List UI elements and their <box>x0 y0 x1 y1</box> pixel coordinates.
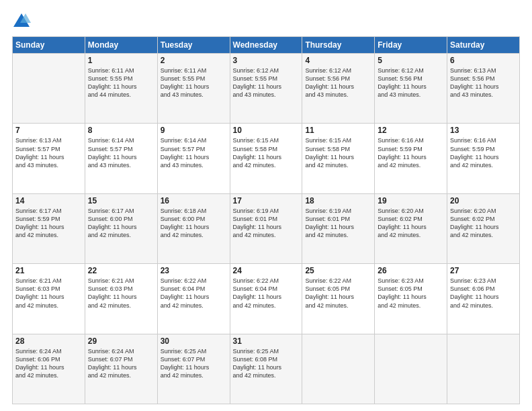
day-cell <box>375 334 447 404</box>
day-info: Sunrise: 6:14 AM Sunset: 5:57 PM Dayligh… <box>88 136 154 169</box>
day-cell: 8Sunrise: 6:14 AM Sunset: 5:57 PM Daylig… <box>85 124 157 193</box>
day-number: 11 <box>305 126 371 135</box>
day-info: Sunrise: 6:15 AM Sunset: 5:58 PM Dayligh… <box>233 136 300 169</box>
day-cell <box>302 334 375 404</box>
day-info: Sunrise: 6:19 AM Sunset: 6:01 PM Dayligh… <box>233 207 300 240</box>
day-cell: 9Sunrise: 6:14 AM Sunset: 5:57 PM Daylig… <box>157 124 230 193</box>
week-row-2: 7Sunrise: 6:13 AM Sunset: 5:57 PM Daylig… <box>13 124 520 193</box>
day-cell: 12Sunrise: 6:16 AM Sunset: 5:59 PM Dayli… <box>375 124 447 193</box>
day-number: 14 <box>15 196 82 205</box>
header-cell-saturday: Saturday <box>447 37 520 54</box>
day-info: Sunrise: 6:20 AM Sunset: 6:02 PM Dayligh… <box>378 207 444 240</box>
day-number: 2 <box>161 56 227 65</box>
day-cell: 27Sunrise: 6:23 AM Sunset: 6:06 PM Dayli… <box>447 264 520 334</box>
day-info: Sunrise: 6:23 AM Sunset: 6:05 PM Dayligh… <box>378 277 444 310</box>
day-number: 7 <box>15 126 82 135</box>
day-number: 9 <box>161 126 227 135</box>
day-info: Sunrise: 6:12 AM Sunset: 5:56 PM Dayligh… <box>378 66 444 99</box>
week-row-5: 28Sunrise: 6:24 AM Sunset: 6:06 PM Dayli… <box>13 334 520 404</box>
day-info: Sunrise: 6:24 AM Sunset: 6:07 PM Dayligh… <box>88 347 154 380</box>
day-cell <box>447 334 520 404</box>
day-info: Sunrise: 6:20 AM Sunset: 6:02 PM Dayligh… <box>450 207 517 240</box>
day-info: Sunrise: 6:23 AM Sunset: 6:06 PM Dayligh… <box>450 277 517 310</box>
day-cell: 13Sunrise: 6:16 AM Sunset: 5:59 PM Dayli… <box>447 124 520 193</box>
week-row-4: 21Sunrise: 6:21 AM Sunset: 6:03 PM Dayli… <box>13 264 520 334</box>
header-cell-friday: Friday <box>375 37 447 54</box>
day-cell: 29Sunrise: 6:24 AM Sunset: 6:07 PM Dayli… <box>85 334 157 404</box>
day-cell: 22Sunrise: 6:21 AM Sunset: 6:03 PM Dayli… <box>85 264 157 334</box>
day-cell <box>13 54 85 124</box>
day-info: Sunrise: 6:14 AM Sunset: 5:57 PM Dayligh… <box>161 136 227 169</box>
day-number: 3 <box>233 56 300 65</box>
day-cell: 19Sunrise: 6:20 AM Sunset: 6:02 PM Dayli… <box>375 193 447 263</box>
logo-icon <box>12 12 31 31</box>
day-cell: 26Sunrise: 6:23 AM Sunset: 6:05 PM Dayli… <box>375 264 447 334</box>
day-number: 5 <box>378 56 444 65</box>
day-info: Sunrise: 6:13 AM Sunset: 5:57 PM Dayligh… <box>15 136 82 169</box>
day-number: 1 <box>88 56 154 65</box>
day-cell: 16Sunrise: 6:18 AM Sunset: 6:00 PM Dayli… <box>157 193 230 263</box>
day-number: 8 <box>88 126 154 135</box>
header-row: SundayMondayTuesdayWednesdayThursdayFrid… <box>13 37 520 54</box>
day-info: Sunrise: 6:17 AM Sunset: 6:00 PM Dayligh… <box>88 207 154 240</box>
day-number: 20 <box>450 196 517 205</box>
day-info: Sunrise: 6:12 AM Sunset: 5:55 PM Dayligh… <box>233 66 300 99</box>
day-cell: 23Sunrise: 6:22 AM Sunset: 6:04 PM Dayli… <box>157 264 230 334</box>
day-cell: 17Sunrise: 6:19 AM Sunset: 6:01 PM Dayli… <box>230 193 302 263</box>
day-info: Sunrise: 6:15 AM Sunset: 5:58 PM Dayligh… <box>305 136 371 169</box>
day-cell: 24Sunrise: 6:22 AM Sunset: 6:04 PM Dayli… <box>230 264 302 334</box>
header <box>12 12 520 31</box>
day-info: Sunrise: 6:12 AM Sunset: 5:56 PM Dayligh… <box>305 66 371 99</box>
day-cell: 30Sunrise: 6:25 AM Sunset: 6:07 PM Dayli… <box>157 334 230 404</box>
page: SundayMondayTuesdayWednesdayThursdayFrid… <box>0 0 532 411</box>
day-number: 19 <box>378 196 444 205</box>
day-number: 18 <box>305 196 371 205</box>
calendar: SundayMondayTuesdayWednesdayThursdayFrid… <box>12 36 520 404</box>
day-info: Sunrise: 6:22 AM Sunset: 6:04 PM Dayligh… <box>161 277 227 310</box>
day-number: 15 <box>88 196 154 205</box>
day-number: 22 <box>88 266 154 275</box>
day-number: 31 <box>233 336 300 346</box>
header-cell-tuesday: Tuesday <box>157 37 230 54</box>
day-info: Sunrise: 6:17 AM Sunset: 5:59 PM Dayligh… <box>15 207 82 240</box>
day-info: Sunrise: 6:18 AM Sunset: 6:00 PM Dayligh… <box>161 207 227 240</box>
day-number: 21 <box>15 266 82 275</box>
day-number: 13 <box>450 126 517 135</box>
day-info: Sunrise: 6:24 AM Sunset: 6:06 PM Dayligh… <box>15 347 82 380</box>
day-info: Sunrise: 6:13 AM Sunset: 5:56 PM Dayligh… <box>450 66 517 99</box>
day-cell: 10Sunrise: 6:15 AM Sunset: 5:58 PM Dayli… <box>230 124 302 193</box>
day-number: 24 <box>233 266 300 275</box>
day-number: 25 <box>305 266 371 275</box>
day-number: 29 <box>88 336 154 346</box>
day-cell: 25Sunrise: 6:22 AM Sunset: 6:05 PM Dayli… <box>302 264 375 334</box>
day-number: 10 <box>233 126 300 135</box>
week-row-1: 1Sunrise: 6:11 AM Sunset: 5:55 PM Daylig… <box>13 54 520 124</box>
day-info: Sunrise: 6:21 AM Sunset: 6:03 PM Dayligh… <box>15 277 82 310</box>
day-number: 12 <box>378 126 444 135</box>
day-number: 30 <box>161 336 227 346</box>
header-cell-thursday: Thursday <box>302 37 375 54</box>
day-info: Sunrise: 6:22 AM Sunset: 6:04 PM Dayligh… <box>233 277 300 310</box>
day-info: Sunrise: 6:22 AM Sunset: 6:05 PM Dayligh… <box>305 277 371 310</box>
day-cell: 31Sunrise: 6:25 AM Sunset: 6:08 PM Dayli… <box>230 334 302 404</box>
day-info: Sunrise: 6:11 AM Sunset: 5:55 PM Dayligh… <box>161 66 227 99</box>
day-cell: 5Sunrise: 6:12 AM Sunset: 5:56 PM Daylig… <box>375 54 447 124</box>
day-number: 17 <box>233 196 300 205</box>
week-row-3: 14Sunrise: 6:17 AM Sunset: 5:59 PM Dayli… <box>13 193 520 263</box>
day-number: 23 <box>161 266 227 275</box>
day-cell: 14Sunrise: 6:17 AM Sunset: 5:59 PM Dayli… <box>13 193 85 263</box>
day-info: Sunrise: 6:25 AM Sunset: 6:08 PM Dayligh… <box>233 347 300 380</box>
day-cell: 15Sunrise: 6:17 AM Sunset: 6:00 PM Dayli… <box>85 193 157 263</box>
logo <box>12 12 34 31</box>
day-cell: 28Sunrise: 6:24 AM Sunset: 6:06 PM Dayli… <box>13 334 85 404</box>
day-cell: 21Sunrise: 6:21 AM Sunset: 6:03 PM Dayli… <box>13 264 85 334</box>
day-number: 4 <box>305 56 371 65</box>
day-info: Sunrise: 6:25 AM Sunset: 6:07 PM Dayligh… <box>161 347 227 380</box>
header-cell-wednesday: Wednesday <box>230 37 302 54</box>
day-cell: 20Sunrise: 6:20 AM Sunset: 6:02 PM Dayli… <box>447 193 520 263</box>
day-number: 26 <box>378 266 444 275</box>
header-cell-monday: Monday <box>85 37 157 54</box>
day-number: 6 <box>450 56 517 65</box>
day-cell: 3Sunrise: 6:12 AM Sunset: 5:55 PM Daylig… <box>230 54 302 124</box>
day-number: 16 <box>161 196 227 205</box>
